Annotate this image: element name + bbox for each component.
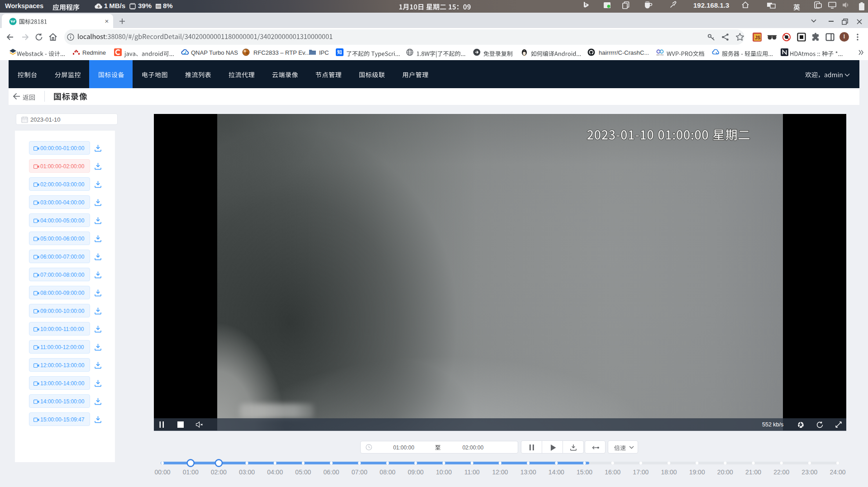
- svg-text:WVP-PRO: WVP-PRO: [656, 54, 664, 56]
- svg-text:192.168.1.3: 192.168.1.3: [693, 1, 729, 9]
